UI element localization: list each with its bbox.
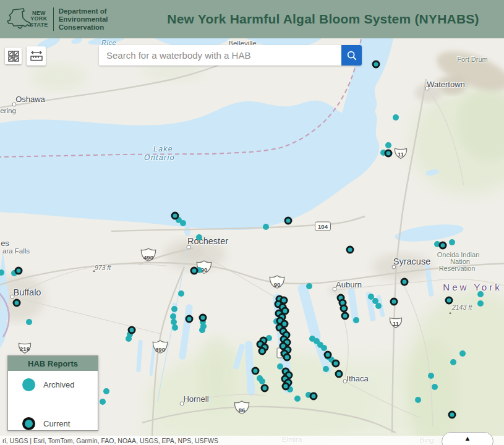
search-button[interactable] xyxy=(341,45,362,66)
hab-report-dot-current[interactable] xyxy=(199,314,207,322)
search-icon xyxy=(346,50,357,61)
hab-report-dot-current[interactable] xyxy=(341,312,349,320)
measure-ruler-icon xyxy=(30,51,43,61)
hab-report-dot-archived[interactable] xyxy=(450,359,456,365)
search-bar xyxy=(99,45,362,66)
hab-report-dot-archived[interactable] xyxy=(263,224,269,230)
hab-report-dot-archived[interactable] xyxy=(171,306,177,312)
hab-report-dot-current[interactable] xyxy=(15,267,23,275)
hab-report-dot-archived[interactable] xyxy=(449,239,455,245)
current-dot-symbol xyxy=(22,417,35,430)
hab-report-dot-archived[interactable] xyxy=(353,317,359,323)
hab-report-dot-current[interactable] xyxy=(335,370,343,378)
search-input[interactable] xyxy=(99,45,341,66)
hab-report-dot-archived[interactable] xyxy=(323,366,329,372)
hab-report-dot-current[interactable] xyxy=(385,150,393,158)
app-header: NEW YORK STATE Department of Environment… xyxy=(0,0,504,38)
logo-department-name: Department of Environmental Conservation xyxy=(59,7,108,32)
hab-report-dot-current[interactable] xyxy=(190,267,199,275)
legend-title: HAB Reports xyxy=(8,356,98,371)
hab-report-dot-archived[interactable] xyxy=(477,300,484,307)
basemap-gallery-icon xyxy=(8,51,19,62)
hab-report-dot-current[interactable] xyxy=(258,347,267,355)
hab-report-dot-current[interactable] xyxy=(128,326,136,334)
hab-report-dot-archived[interactable] xyxy=(415,397,421,403)
hab-report-dot-current[interactable] xyxy=(261,384,269,392)
hab-report-dot-archived[interactable] xyxy=(459,350,466,357)
nysdec-logo: NEW YORK STATE Department of Environment… xyxy=(5,7,108,32)
logo-state-text: NEW YORK STATE xyxy=(30,11,48,28)
hab-report-dot-current[interactable] xyxy=(401,278,409,286)
caret-up-icon: ▲ xyxy=(464,434,471,445)
hab-report-dot-current[interactable] xyxy=(390,298,398,306)
legend-panel: HAB Reports Archived Current xyxy=(7,355,98,431)
hab-report-dot-current[interactable] xyxy=(186,315,194,323)
hab-report-dot-current[interactable] xyxy=(445,297,453,305)
hab-report-dot-current[interactable] xyxy=(340,305,348,313)
archived-dot-symbol xyxy=(22,378,35,391)
hab-report-dot-archived[interactable] xyxy=(432,384,438,390)
hab-report-dot-archived[interactable] xyxy=(477,291,484,297)
hab-report-dot-archived[interactable] xyxy=(306,283,312,289)
logo-divider xyxy=(53,7,54,31)
legend-item-current: Current xyxy=(22,417,70,430)
hab-report-dot-current[interactable] xyxy=(283,354,291,362)
hab-report-dot-archived[interactable] xyxy=(393,114,399,121)
hab-report-dot-archived[interactable] xyxy=(428,373,434,379)
hab-report-dot-current[interactable] xyxy=(252,367,260,375)
hab-report-dot-current[interactable] xyxy=(13,299,21,307)
legend-item-label: Current xyxy=(43,419,70,428)
attribution-bar: ri, USGS | Esri, TomTom, Garmin, FAO, NO… xyxy=(0,436,504,445)
legend-item-archived: Archived xyxy=(22,378,75,391)
hab-report-dot-current[interactable] xyxy=(448,411,456,419)
hab-report-dot-current[interactable] xyxy=(284,217,293,225)
hab-report-dot-archived[interactable] xyxy=(180,220,186,226)
hab-report-dot-archived[interactable] xyxy=(375,303,382,309)
hab-report-dot-archived[interactable] xyxy=(178,290,184,297)
hab-report-dot-archived[interactable] xyxy=(199,327,205,333)
hab-report-dot-archived[interactable] xyxy=(385,142,391,148)
hab-report-dot-archived[interactable] xyxy=(100,399,106,405)
hab-report-dot-current[interactable] xyxy=(346,246,354,254)
hab-report-dot-archived[interactable] xyxy=(259,378,265,384)
hab-report-dot-archived[interactable] xyxy=(321,345,327,351)
page-title: New York Harmful Algal Bloom System (NYH… xyxy=(145,0,501,38)
hab-report-dot-archived[interactable] xyxy=(196,234,202,240)
measure-button[interactable] xyxy=(27,46,46,66)
hab-report-dot-archived[interactable] xyxy=(126,336,132,342)
hab-report-dot-current[interactable] xyxy=(439,242,447,250)
attribution-text: ri, USGS | Esri, TomTom, Garmin, FAO, NO… xyxy=(2,437,218,444)
basemap-gallery-button[interactable] xyxy=(5,48,22,64)
hab-report-dot-current[interactable] xyxy=(372,61,380,69)
hab-report-dot-current[interactable] xyxy=(332,360,340,368)
legend-item-label: Archived xyxy=(43,380,75,389)
hab-report-dot-archived[interactable] xyxy=(26,319,32,325)
hab-report-dot-current[interactable] xyxy=(282,383,290,391)
nyhabs-app: RiceBellevilleOshawaeringLakeOntarioFort… xyxy=(0,0,504,445)
hab-report-dot-current[interactable] xyxy=(324,351,332,359)
hab-report-dot-current[interactable] xyxy=(310,392,318,400)
hab-report-dot-archived[interactable] xyxy=(294,396,301,402)
hab-report-dot-archived[interactable] xyxy=(172,324,178,331)
hab-report-dot-archived[interactable] xyxy=(103,388,109,394)
hab-report-dot-current[interactable] xyxy=(171,212,179,220)
attribution-expand-button[interactable]: ▲ xyxy=(442,432,493,445)
